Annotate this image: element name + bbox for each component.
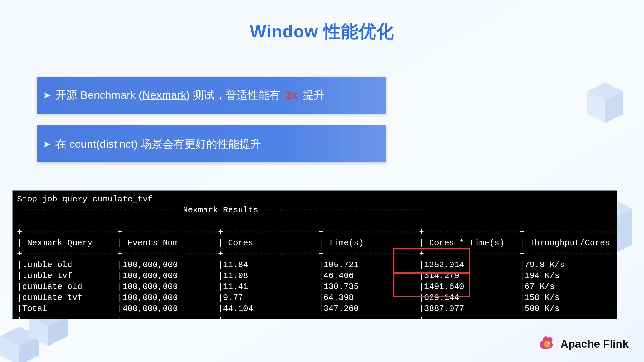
svg-point-13 [549, 343, 550, 344]
svg-marker-4 [48, 317, 68, 346]
svg-marker-1 [19, 336, 39, 362]
chevron-right-icon: ➤ [43, 138, 51, 150]
bullet-benchmark: ➤ 开源 Benchmark (Nexmark) 测试，普适性能有 2x 提升 [37, 77, 386, 114]
slide-title: Window 性能优化 [0, 20, 644, 43]
footer-text: Apache Flink [560, 338, 629, 350]
bullet1-multiplier: 2x [285, 89, 298, 101]
svg-marker-7 [605, 91, 623, 123]
svg-marker-0 [0, 327, 39, 346]
svg-marker-6 [587, 82, 623, 100]
terminal-border-bot: +-------------------+-------------------… [17, 315, 617, 319]
bullet1-suffix: 提升 [299, 89, 324, 101]
flink-squirrel-icon [537, 334, 556, 353]
terminal-line-heading: -------------------------------- Nexmark… [17, 205, 424, 215]
terminal-data-rows: |tumble_old |100,000,000 |11.84 |105.721… [17, 260, 617, 313]
chevron-right-icon: ➤ [43, 89, 51, 101]
svg-marker-5 [29, 317, 48, 346]
bullet1-mid: ) 测试，普适性能有 [186, 89, 283, 101]
terminal-line-stop: Stop job query cumulate_tvf [17, 194, 153, 204]
terminal-border-top: +-------------------+-------------------… [17, 227, 617, 237]
svg-marker-2 [0, 336, 19, 362]
terminal-border-mid: +-------------------+-------------------… [17, 249, 617, 259]
bullet1-link: Nexmark [142, 89, 186, 101]
terminal-header: | Nexmark Query | Events Num | Cores | T… [17, 238, 617, 248]
footer-logo: Apache Flink [537, 334, 629, 353]
bullet1-prefix: 开源 Benchmark ( [55, 89, 142, 101]
terminal-output: Stop job query cumulate_tvf ------------… [12, 190, 617, 319]
bullet2-text: 在 count(distinct) 场景会有更好的性能提升 [55, 137, 261, 152]
bullet-count-distinct: ➤ 在 count(distinct) 场景会有更好的性能提升 [37, 125, 386, 162]
slide: Window 性能优化 ➤ 开源 Benchmark (Nexmark) 测试，… [0, 0, 644, 362]
svg-marker-8 [587, 91, 605, 123]
